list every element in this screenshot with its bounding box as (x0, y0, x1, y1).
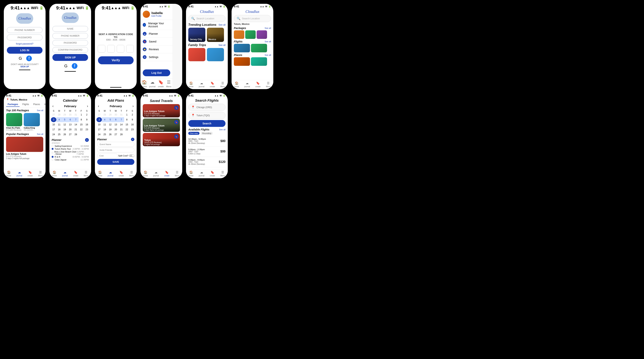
cal-cell[interactable]: 28 (56, 112, 62, 117)
nav-menu-trending[interactable]: ☰Menu (220, 81, 225, 88)
nav-journal-flights[interactable]: ☁journal (199, 170, 204, 177)
event-sailing[interactable]: Sailing Experience 10:30AM (52, 145, 89, 147)
bookmark-icon-3[interactable]: 🔖 (174, 134, 178, 139)
search-flights-btn[interactable]: Search (188, 120, 226, 127)
search-bar-trending2[interactable]: 🔍 Search Location (234, 15, 271, 22)
cal-cell[interactable]: 17 (51, 127, 56, 132)
roundtrip-filter[interactable]: Roundtrip (200, 132, 213, 135)
trending-see-all[interactable]: See all (218, 23, 226, 26)
jersey-city-card[interactable]: Jersey City (188, 28, 205, 42)
confirm-password-input[interactable] (52, 47, 88, 53)
cal-cell[interactable]: 27 (51, 112, 56, 117)
flight-card-1[interactable] (234, 44, 250, 52)
addplans-next-btn[interactable]: › (132, 104, 134, 108)
cal-cell[interactable]: 13 (68, 122, 73, 127)
google-icon-signup[interactable]: G (63, 63, 69, 69)
code-input-2[interactable] (107, 45, 115, 52)
cal-cell[interactable]: 12 (62, 122, 68, 127)
save-plan-btn[interactable]: SAVE (97, 159, 134, 165)
menu-item-account[interactable]: 👤 Manage Your Account (140, 20, 172, 30)
nav-create-saved[interactable]: 🔖create (164, 170, 170, 177)
code-input-3[interactable] (117, 45, 124, 52)
flights-see-all[interactable]: See all (264, 40, 271, 43)
cal-cell[interactable]: 5 (62, 117, 68, 122)
event-name-input[interactable] (97, 142, 134, 147)
cal-cell[interactable]: 4 (56, 117, 62, 122)
cal-cell[interactable]: 6 (68, 117, 73, 122)
pkg-card-1[interactable] (234, 30, 244, 39)
cal-cell[interactable]: 2 (84, 112, 90, 117)
nav-home-flights[interactable]: 🏠home (189, 170, 194, 177)
cal-cell[interactable]: 29 (62, 112, 68, 117)
nav-menu-saved[interactable]: ☰Menu (175, 170, 180, 177)
nav-create-flights[interactable]: 🔖create (210, 170, 215, 177)
cal-cell[interactable]: 8 (78, 117, 84, 122)
ap-cal-cell[interactable]: 27 (96, 112, 102, 117)
cost-input[interactable] (97, 153, 118, 158)
los-amigos-popular-card[interactable]: Los Amigos Tulum 5.0 (275 Reviews) 2 day… (6, 137, 43, 160)
bookmark-icon-1[interactable]: 🔖 (174, 106, 178, 110)
nav-home-ap[interactable]: 🏠home (98, 170, 102, 177)
cal-cell[interactable]: 18 (56, 127, 62, 132)
tab-places[interactable]: Places (32, 102, 42, 107)
cal-prev-btn[interactable]: ‹ (52, 104, 54, 108)
nav-create-ap[interactable]: 🔖create (119, 170, 124, 177)
event-ruins[interactable]: Tulum Ruins Tour 2:30PM - 3:30PM (52, 148, 89, 150)
event-rr[interactable]: R & R 8:45PM - 9:00PM (52, 156, 89, 158)
from-search-bar[interactable]: 📍 Chicago (ORD) (188, 104, 226, 111)
nav-journal-tulum[interactable]: ☁journal (16, 170, 22, 177)
cal-cell[interactable]: 20 (68, 127, 73, 132)
add-event-btn[interactable]: + (85, 138, 89, 142)
cal-cell[interactable]: 3 (51, 117, 56, 122)
saved-card-2[interactable]: 🔖 Los Amigos Tulum 5.0 (275 Reviews) 3 d… (143, 118, 180, 132)
nav-home[interactable]: 🏠home (142, 80, 147, 88)
tab-flights[interactable]: Flights (21, 102, 30, 107)
cal-cell[interactable]: 28 (73, 132, 78, 137)
cal-cell[interactable]: 14 (73, 122, 78, 127)
nav-home-saved[interactable]: 🏠home (143, 170, 148, 177)
flight-row-3[interactable]: 4:30pm - 9:00pm ORD - TQO 4h 30min (Nons… (188, 157, 226, 167)
nav-journal[interactable]: ☁journal (149, 80, 156, 88)
signup-link[interactable]: SIGN UP (20, 65, 29, 68)
event-beach[interactable]: Ana y Jose Beach Club - Dinner 6:25PM - … (52, 151, 89, 155)
signup-button[interactable]: SIGN UP (52, 54, 88, 61)
cal-cell[interactable]: 15 (78, 122, 84, 127)
cal-cell[interactable]: 26 (62, 132, 68, 137)
google-icon[interactable]: G (18, 55, 23, 61)
cal-cell[interactable]: 9 (84, 117, 90, 122)
cal-cell[interactable]: 22 (78, 127, 84, 132)
cal-cell[interactable]: 21 (73, 127, 78, 132)
phone-input-signup[interactable] (52, 33, 88, 39)
facebook-icon[interactable]: f (26, 55, 32, 61)
place-card-1[interactable] (234, 57, 250, 66)
saved-card-1[interactable]: 🔖 Los Amigos Tulum 5.0 (275 Reviews) 2 d… (143, 104, 180, 117)
nav-journal-t2[interactable]: ☁journal (244, 81, 250, 88)
family-see-all[interactable]: See all (218, 44, 226, 46)
invite-friends-input[interactable] (97, 148, 134, 152)
event-jaguar[interactable]: Casa Jaguar 11:30PM (52, 159, 89, 161)
oneway-filter[interactable]: One way (188, 132, 200, 135)
nav-journal-cal[interactable]: ☁journal (62, 170, 68, 177)
family-card-1[interactable] (188, 48, 205, 61)
verify-button[interactable]: Verify (98, 56, 134, 64)
saved-card-3[interactable]: 🔖 Tokyo 10/10 (275 Reviews) 3 nights ful… (143, 133, 180, 146)
code-input-4[interactable] (126, 45, 134, 52)
login-button[interactable]: LOG IN (7, 47, 42, 54)
cal-cell[interactable]: 10 (51, 122, 56, 127)
menu-item-planner[interactable]: ☁ Planner (140, 30, 172, 38)
cal-cell[interactable]: 24 (51, 132, 56, 137)
tab-packages[interactable]: Packages (6, 102, 20, 107)
place-card-2[interactable] (251, 57, 267, 66)
nav-menu[interactable]: ☰Menu (166, 80, 172, 88)
nav-create-trending[interactable]: 🔖create (210, 81, 215, 88)
nav-home-t2[interactable]: 🏠home (234, 81, 239, 88)
cal-cell[interactable]: 16 (84, 122, 90, 127)
cal-next-btn[interactable]: › (87, 104, 88, 108)
menu-item-reviews[interactable]: ⭐ Reviews (140, 45, 172, 53)
cal-cell[interactable]: 23 (84, 127, 90, 132)
nav-create[interactable]: 🔖create (158, 80, 164, 88)
cal-cell[interactable]: 19 (62, 127, 68, 132)
flight-row-2[interactable]: 5:06pm - 2:30pm ORD - TQO 5.6km (1 stop)… (188, 146, 226, 157)
addplans-prev-btn[interactable]: ‹ (98, 104, 99, 108)
edit-profile-link[interactable]: Edit Profile (152, 15, 163, 17)
